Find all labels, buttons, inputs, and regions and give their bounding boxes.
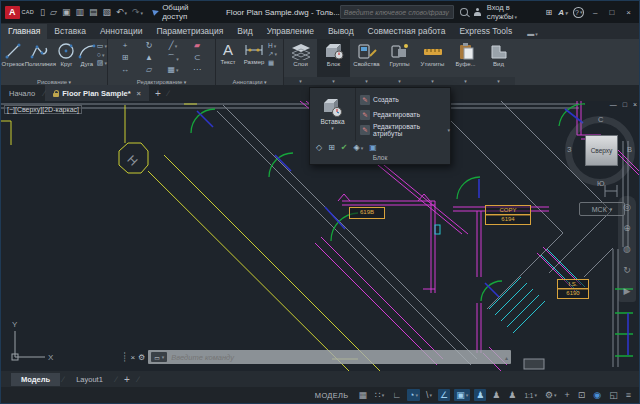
- table-icon[interactable]: ▦: [268, 59, 277, 67]
- viewcube-east[interactable]: В: [627, 145, 632, 154]
- view-panel-caret[interactable]: ▾: [482, 77, 515, 85]
- dimension-button[interactable]: Размер: [240, 39, 268, 65]
- help-search-box[interactable]: [340, 5, 455, 19]
- grid-icon[interactable]: ▦: [356, 389, 369, 401]
- undo-icon[interactable]: ↶: [116, 7, 127, 17]
- search-icon[interactable]: [460, 8, 468, 16]
- line-button[interactable]: Отрезок: [1, 39, 25, 67]
- viewport-controls[interactable]: [−][Сверху][2D-каркас]: [4, 105, 82, 114]
- scale-icon[interactable]: ▱: [137, 65, 161, 77]
- close-button[interactable]: ×: [623, 8, 634, 17]
- canvas-close-icon[interactable]: ×: [633, 101, 637, 108]
- dim-style-icon[interactable]: H: [268, 42, 277, 49]
- new-layout-button[interactable]: +: [119, 374, 135, 385]
- viewcube-west[interactable]: З: [567, 145, 572, 154]
- workspace-icon[interactable]: ⚙: [543, 389, 559, 401]
- tab-annotate[interactable]: Аннотации: [93, 24, 150, 39]
- clean-screen-icon[interactable]: ◱: [607, 389, 620, 401]
- ribbon-options-icon[interactable]: ▬: [523, 28, 542, 39]
- sign-in-button[interactable]: Вход в службы: [487, 3, 540, 21]
- open-file-icon[interactable]: ▱: [50, 7, 57, 17]
- circle-button[interactable]: Круг: [56, 39, 77, 67]
- annotation-scale-icon[interactable]: ♟: [506, 389, 518, 401]
- panel-groups[interactable]: Группы ▾: [383, 39, 416, 85]
- new-file-icon[interactable]: ▯: [40, 7, 45, 17]
- file-tab-document[interactable]: Floor Plan Sample* ×: [45, 85, 149, 101]
- plot-icon[interactable]: ▤: [89, 7, 98, 17]
- array-icon[interactable]: ▦: [161, 65, 185, 77]
- trim-icon[interactable]: ╱: [161, 41, 185, 53]
- command-customize-icon[interactable]: ⚙: [138, 353, 145, 362]
- annotation-autoscale-icon[interactable]: ♟: [490, 389, 502, 401]
- tab-model[interactable]: Модель: [11, 373, 60, 386]
- utilities-panel-caret[interactable]: ▾: [416, 77, 449, 85]
- menu-item-edit-attributes[interactable]: ✎ Редактировать атрибуты: [360, 123, 450, 136]
- panel-view[interactable]: Вид ▾: [482, 39, 515, 85]
- command-history-icon[interactable]: ▴: [505, 354, 508, 361]
- share-button[interactable]: Общий доступ: [153, 3, 214, 21]
- redo-icon[interactable]: ↷: [132, 7, 143, 17]
- sync-attributes-icon[interactable]: ✔: [341, 143, 348, 152]
- recent-commands-icon[interactable]: ▭: [151, 352, 167, 362]
- viewcube-north[interactable]: С: [598, 115, 603, 124]
- erase-icon[interactable]: ▰: [185, 41, 209, 53]
- offset-icon[interactable]: ⊂: [185, 53, 209, 65]
- save-as-icon[interactable]: ▥: [75, 7, 84, 17]
- properties-panel-caret[interactable]: ▾: [350, 77, 383, 85]
- fillet-icon[interactable]: ⌒: [161, 53, 185, 65]
- save-icon[interactable]: ▣: [62, 7, 71, 17]
- rectangle-icon[interactable]: ▭: [97, 42, 107, 50]
- clipboard-panel-caret[interactable]: ▾: [449, 77, 482, 85]
- object-snap-icon[interactable]: ▣: [454, 389, 470, 401]
- layers-panel-caret[interactable]: ▾: [284, 77, 317, 85]
- stretch-icon[interactable]: ↔: [113, 65, 137, 77]
- minimize-button[interactable]: –: [590, 8, 600, 17]
- tab-insert[interactable]: Вставка: [47, 24, 93, 39]
- viewcube-face-top[interactable]: Сверху: [585, 135, 618, 166]
- command-close-icon[interactable]: ×: [130, 353, 135, 362]
- snap-icon[interactable]: ∷: [373, 389, 386, 401]
- polyline-button[interactable]: Полилиния: [25, 39, 56, 67]
- show-motion-icon[interactable]: ▶: [624, 286, 631, 296]
- canvas-minimize-icon[interactable]: —: [610, 101, 617, 108]
- copy-icon[interactable]: ⊞: [113, 53, 137, 65]
- customization-icon[interactable]: ≡: [624, 389, 633, 401]
- more-modify-icon[interactable]: ⋯: [185, 65, 209, 77]
- menu-item-edit-block[interactable]: ✎ Редактировать: [360, 108, 450, 121]
- autodesk-app-icon[interactable]: A: [558, 8, 567, 17]
- search-input[interactable]: [344, 9, 451, 16]
- new-drawing-button[interactable]: +: [149, 88, 167, 99]
- close-tab-icon[interactable]: ×: [137, 89, 141, 98]
- store-cart-icon[interactable]: ⊞: [545, 8, 552, 17]
- tab-view[interactable]: Вид: [230, 24, 259, 39]
- command-input-field[interactable]: ▭ ▴: [148, 350, 511, 364]
- tab-home[interactable]: Главная: [1, 24, 47, 39]
- move-icon[interactable]: +: [113, 41, 137, 53]
- canvas-restore-icon[interactable]: □: [623, 101, 627, 108]
- app-logo[interactable]: A: [5, 6, 20, 19]
- tab-manage[interactable]: Управление: [260, 24, 321, 39]
- isolate-objects-icon[interactable]: ⊡: [576, 389, 588, 401]
- panel-utilities[interactable]: Утилиты ▾: [416, 39, 449, 85]
- orbit-icon[interactable]: ↻: [623, 265, 631, 275]
- help-icon[interactable]: ?: [573, 7, 584, 18]
- manage-attributes-icon[interactable]: ⊞: [328, 143, 335, 152]
- panel-properties[interactable]: Свойства ▾: [350, 39, 383, 85]
- arc-button[interactable]: Дуга: [77, 39, 97, 67]
- tab-parametric[interactable]: Параметризация: [149, 24, 230, 39]
- block-panel-caret[interactable]: ▾: [317, 77, 350, 85]
- menu-item-create-block[interactable]: ✎ Создать: [360, 93, 450, 106]
- file-tab-start[interactable]: Начало: [1, 85, 43, 101]
- panel-layers[interactable]: Слои ▾: [284, 39, 317, 85]
- groups-panel-caret[interactable]: ▾: [383, 77, 416, 85]
- print-icon[interactable]: ▧: [102, 7, 111, 17]
- isodraft-icon[interactable]: \: [424, 389, 434, 401]
- model-space-button[interactable]: МОДЕЛЬ: [315, 391, 349, 400]
- insert-block-button[interactable]: Вставка ▾: [310, 88, 356, 141]
- set-base-point-icon[interactable]: ◈: [354, 143, 364, 152]
- polar-tracking-icon[interactable]: ◔: [407, 389, 420, 401]
- crosshair-icon[interactable]: +: [563, 389, 572, 401]
- ortho-icon[interactable]: ∟: [390, 389, 403, 401]
- command-drag-handle[interactable]: ┊: [122, 352, 127, 362]
- hatch-icon[interactable]: ▨: [97, 59, 107, 67]
